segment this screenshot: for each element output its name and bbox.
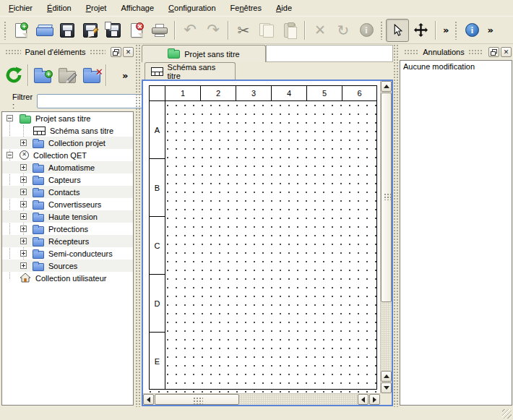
diagram-sheet: 1 2 3 4 5 6 A B C D E (149, 85, 377, 390)
tree-item-collection-qet[interactable]: ✕Collection QET (2, 149, 133, 161)
window-resize-grip[interactable] (502, 409, 512, 419)
menu-configuration[interactable]: Configuration (163, 1, 221, 14)
tab-project[interactable]: Projet sans titre (142, 45, 266, 62)
scroll-right-button[interactable] (369, 394, 380, 405)
diagram-viewport[interactable]: 1 2 3 4 5 6 A B C D E (143, 81, 380, 393)
scroll-up-button[interactable] (381, 371, 392, 382)
print-button[interactable] (148, 19, 171, 42)
main-content: Panel d'éléments ✕ + ✕ » Filtrer : Proje… (0, 44, 513, 407)
tree-item-contacts[interactable]: Contacts (2, 186, 133, 198)
open-document-button[interactable] (33, 19, 56, 42)
close-panel-button[interactable]: ✕ (123, 47, 134, 57)
tree-item-protections[interactable]: Protections (2, 223, 133, 235)
close-badge-icon: ✕ (136, 22, 144, 30)
collapse-expander[interactable] (7, 152, 13, 158)
information-button[interactable]: i (460, 19, 483, 42)
elements-panel-dock: Panel d'éléments ✕ + ✕ » Filtrer : Proje… (0, 44, 135, 407)
toolbar-overflow-button[interactable]: » (483, 25, 496, 35)
toolbar-grip[interactable] (380, 21, 384, 40)
move-tool-button[interactable] (409, 19, 432, 42)
menu-aide[interactable]: Aide (270, 1, 298, 14)
collections-tree[interactable]: Projet sans titre Schéma sans titre Coll… (1, 111, 134, 406)
plus-badge-icon: + (20, 22, 28, 30)
expand-expander[interactable] (20, 262, 27, 269)
triangle-left-icon (147, 397, 150, 403)
tree-item-recepteurs[interactable]: Récepteurs (2, 235, 133, 247)
row-header: A (150, 101, 165, 159)
toolbar-overflow-button[interactable]: » (439, 25, 452, 35)
row-header: B (150, 159, 165, 217)
folder-icon (33, 239, 44, 247)
triangle-right-icon (373, 397, 376, 403)
expand-expander[interactable] (20, 250, 27, 257)
save-as-button[interactable] (79, 19, 102, 42)
tab-project-label: Projet sans titre (184, 50, 239, 59)
cut-button: ✂ (232, 19, 255, 42)
right-splitter-handle[interactable] (393, 44, 399, 407)
horizontal-scrollbar[interactable] (143, 393, 380, 405)
float-panel-button[interactable] (111, 47, 121, 57)
undo-panel-dock: Annulations ✕ Aucune modification (399, 44, 513, 407)
workspace: Projet sans titre Schéma sans titre 1 2 … (142, 44, 393, 407)
scroll-left-button[interactable] (143, 394, 154, 405)
scroll-left-button[interactable] (358, 394, 368, 405)
tree-item-capteurs[interactable]: Capteurs (2, 173, 133, 186)
expand-expander[interactable] (20, 176, 27, 183)
panel-overflow-button[interactable]: » (118, 70, 132, 81)
elements-panel-header[interactable]: Panel d'éléments ✕ (1, 46, 134, 59)
vertical-scrollbar-thumb[interactable] (381, 93, 392, 302)
menu-affichage[interactable]: Affichage (115, 1, 160, 14)
menu-fichier[interactable]: Fichier (3, 1, 38, 14)
new-category-button[interactable]: + (30, 62, 55, 88)
folder-icon (33, 214, 44, 222)
expand-expander[interactable] (20, 238, 27, 244)
undo-list-item[interactable]: Aucune modification (400, 61, 512, 72)
float-panel-button[interactable] (488, 47, 499, 57)
status-bar (0, 407, 513, 420)
vertical-scrollbar[interactable] (380, 81, 392, 393)
expand-expander[interactable] (20, 213, 27, 220)
reload-collections-button[interactable] (1, 62, 26, 88)
horizontal-scrollbar-thumb[interactable] (155, 394, 239, 405)
tree-item-diagram[interactable]: Schéma sans titre (2, 124, 133, 137)
menu-edition[interactable]: Édition (41, 1, 77, 14)
tree-item-project[interactable]: Projet sans titre (2, 112, 133, 124)
undo-history-list[interactable]: Aucune modification (400, 60, 512, 406)
tree-item-convertisseurs[interactable]: Convertisseurs (2, 198, 133, 210)
expand-expander[interactable] (20, 201, 27, 207)
close-icon: ✕ (126, 49, 132, 56)
expand-expander[interactable] (20, 164, 27, 171)
tree-item-semi-conducteurs[interactable]: Semi-conducteurs (2, 247, 133, 260)
collapse-expander[interactable] (7, 115, 13, 121)
tree-item-automatisme[interactable]: Automatisme (2, 161, 133, 173)
select-tool-button[interactable] (386, 19, 409, 42)
cursor-arrow-icon (392, 24, 404, 36)
new-document-button[interactable]: + (9, 19, 33, 42)
undo-panel-header[interactable]: Annulations ✕ (400, 46, 512, 59)
expand-expander[interactable] (20, 140, 27, 146)
left-splitter-handle[interactable] (135, 44, 142, 407)
edit-category-button (55, 62, 79, 88)
triangle-up-icon (384, 374, 389, 378)
menu-fenetres[interactable]: Fenêtres (225, 1, 267, 14)
save-button[interactable] (56, 19, 79, 42)
tree-item-collection-utilisateur[interactable]: Collection utilisateur (2, 272, 133, 284)
tree-item-sources[interactable]: Sources (2, 260, 133, 272)
close-document-button[interactable]: ✕ (125, 19, 148, 42)
tree-item-collection-projet[interactable]: Collection projet (2, 137, 133, 149)
toolbar-grip[interactable] (4, 21, 7, 40)
tree-item-haute-tension[interactable]: Haute tension (2, 210, 133, 223)
tab-diagram[interactable]: Schéma sans titre (145, 62, 236, 80)
filter-input[interactable] (37, 94, 145, 108)
expand-expander[interactable] (20, 226, 27, 232)
project-icon (20, 116, 31, 124)
menu-projet[interactable]: Projet (80, 1, 113, 14)
close-panel-button[interactable]: ✕ (501, 47, 512, 57)
diagram-icon (151, 67, 163, 76)
save-all-button[interactable] (102, 19, 125, 42)
toolbar-grip[interactable] (454, 21, 458, 40)
delete-category-button[interactable]: ✕ (79, 62, 104, 88)
expand-expander[interactable] (20, 189, 27, 195)
scroll-down-button[interactable] (381, 382, 392, 393)
scroll-up-button[interactable] (381, 81, 392, 92)
